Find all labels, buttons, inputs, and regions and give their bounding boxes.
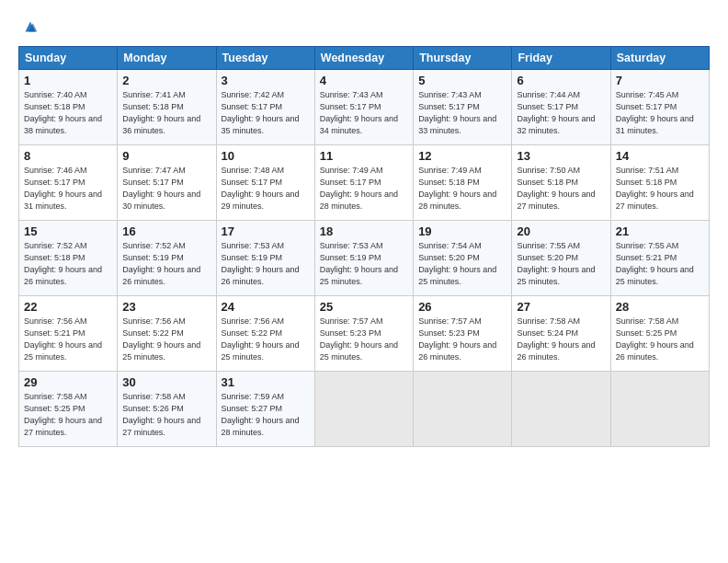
calendar-cell: 29Sunrise: 7:58 AMSunset: 5:25 PMDayligh… [19, 372, 118, 447]
day-number: 17 [222, 224, 310, 238]
calendar-cell: 31Sunrise: 7:59 AMSunset: 5:27 PMDayligh… [216, 372, 314, 447]
calendar-cell [414, 372, 512, 447]
calendar-cell: 11Sunrise: 7:49 AMSunset: 5:17 PMDayligh… [314, 145, 413, 221]
day-number: 10 [222, 149, 310, 163]
day-info: Sunrise: 7:56 AMSunset: 5:22 PMDaylight:… [122, 316, 210, 363]
day-info: Sunrise: 7:56 AMSunset: 5:21 PMDaylight:… [24, 316, 112, 363]
day-number: 7 [616, 74, 704, 87]
calendar-cell: 23Sunrise: 7:56 AMSunset: 5:22 PMDayligh… [118, 296, 216, 372]
day-number: 24 [222, 300, 310, 314]
day-number: 8 [24, 149, 112, 163]
calendar-cell: 3Sunrise: 7:42 AMSunset: 5:17 PMDaylight… [216, 70, 314, 145]
day-info: Sunrise: 7:58 AMSunset: 5:25 PMDaylight:… [24, 391, 112, 439]
col-header-wednesday: Wednesday [314, 47, 413, 70]
col-header-monday: Monday [118, 47, 216, 70]
day-info: Sunrise: 7:57 AMSunset: 5:23 PMDaylight:… [418, 316, 506, 363]
calendar-table: SundayMondayTuesdayWednesdayThursdayFrid… [18, 46, 710, 447]
day-number: 16 [122, 224, 210, 238]
calendar-cell: 19Sunrise: 7:54 AMSunset: 5:20 PMDayligh… [414, 221, 512, 296]
day-number: 3 [222, 74, 310, 87]
day-number: 21 [616, 224, 704, 238]
day-number: 6 [517, 74, 605, 87]
col-header-sunday: Sunday [19, 47, 118, 70]
day-info: Sunrise: 7:56 AMSunset: 5:22 PMDaylight:… [222, 316, 310, 363]
calendar-cell: 21Sunrise: 7:55 AMSunset: 5:21 PMDayligh… [610, 221, 709, 296]
day-info: Sunrise: 7:53 AMSunset: 5:19 PMDaylight:… [320, 240, 408, 288]
day-info: Sunrise: 7:52 AMSunset: 5:19 PMDaylight:… [122, 240, 210, 288]
calendar-cell: 17Sunrise: 7:53 AMSunset: 5:19 PMDayligh… [216, 221, 314, 296]
col-header-saturday: Saturday [610, 47, 709, 70]
day-info: Sunrise: 7:58 AMSunset: 5:25 PMDaylight:… [616, 316, 704, 363]
day-info: Sunrise: 7:49 AMSunset: 5:18 PMDaylight:… [418, 165, 506, 213]
day-number: 26 [418, 300, 506, 314]
day-number: 18 [320, 224, 408, 238]
calendar-cell [314, 372, 413, 447]
calendar-cell: 4Sunrise: 7:43 AMSunset: 5:17 PMDaylight… [314, 70, 413, 145]
day-number: 4 [320, 74, 408, 87]
calendar-cell: 2Sunrise: 7:41 AMSunset: 5:18 PMDaylight… [118, 70, 216, 145]
col-header-thursday: Thursday [414, 47, 512, 70]
day-number: 19 [418, 224, 506, 238]
day-number: 20 [517, 224, 605, 238]
calendar-cell: 5Sunrise: 7:43 AMSunset: 5:17 PMDaylight… [414, 70, 512, 145]
day-info: Sunrise: 7:53 AMSunset: 5:19 PMDaylight:… [222, 240, 310, 288]
calendar-cell: 6Sunrise: 7:44 AMSunset: 5:17 PMDaylight… [512, 70, 610, 145]
day-number: 22 [24, 300, 112, 314]
day-number: 25 [320, 300, 408, 314]
calendar-cell: 12Sunrise: 7:49 AMSunset: 5:18 PMDayligh… [414, 145, 512, 221]
calendar-container: SundayMondayTuesdayWednesdayThursdayFrid… [0, 0, 728, 456]
calendar-cell: 18Sunrise: 7:53 AMSunset: 5:19 PMDayligh… [314, 221, 413, 296]
day-number: 23 [122, 300, 210, 314]
calendar-cell: 28Sunrise: 7:58 AMSunset: 5:25 PMDayligh… [610, 296, 709, 372]
calendar-cell: 15Sunrise: 7:52 AMSunset: 5:18 PMDayligh… [19, 221, 118, 296]
calendar-cell: 24Sunrise: 7:56 AMSunset: 5:22 PMDayligh… [216, 296, 314, 372]
day-number: 13 [517, 149, 605, 163]
logo [18, 17, 40, 37]
calendar-cell [512, 372, 610, 447]
calendar-cell [610, 372, 709, 447]
col-header-friday: Friday [512, 47, 610, 70]
day-info: Sunrise: 7:51 AMSunset: 5:18 PMDaylight:… [616, 165, 704, 213]
day-info: Sunrise: 7:47 AMSunset: 5:17 PMDaylight:… [122, 165, 210, 213]
calendar-cell: 14Sunrise: 7:51 AMSunset: 5:18 PMDayligh… [610, 145, 709, 221]
day-info: Sunrise: 7:45 AMSunset: 5:17 PMDaylight:… [616, 89, 704, 137]
logo-icon [20, 17, 40, 37]
day-info: Sunrise: 7:44 AMSunset: 5:17 PMDaylight:… [517, 89, 605, 137]
calendar-cell: 27Sunrise: 7:58 AMSunset: 5:24 PMDayligh… [512, 296, 610, 372]
day-info: Sunrise: 7:55 AMSunset: 5:21 PMDaylight:… [616, 240, 704, 288]
calendar-cell: 7Sunrise: 7:45 AMSunset: 5:17 PMDaylight… [610, 70, 709, 145]
calendar-cell: 26Sunrise: 7:57 AMSunset: 5:23 PMDayligh… [414, 296, 512, 372]
day-number: 27 [517, 300, 605, 314]
calendar-cell: 22Sunrise: 7:56 AMSunset: 5:21 PMDayligh… [19, 296, 118, 372]
day-number: 28 [616, 300, 704, 314]
day-info: Sunrise: 7:55 AMSunset: 5:20 PMDaylight:… [517, 240, 605, 288]
day-number: 30 [122, 375, 210, 389]
day-info: Sunrise: 7:49 AMSunset: 5:17 PMDaylight:… [320, 165, 408, 213]
day-info: Sunrise: 7:50 AMSunset: 5:18 PMDaylight:… [517, 165, 605, 213]
day-info: Sunrise: 7:43 AMSunset: 5:17 PMDaylight:… [320, 89, 408, 137]
day-info: Sunrise: 7:40 AMSunset: 5:18 PMDaylight:… [24, 89, 112, 137]
calendar-cell: 10Sunrise: 7:48 AMSunset: 5:17 PMDayligh… [216, 145, 314, 221]
calendar-cell: 20Sunrise: 7:55 AMSunset: 5:20 PMDayligh… [512, 221, 610, 296]
day-number: 15 [24, 224, 112, 238]
calendar-cell: 9Sunrise: 7:47 AMSunset: 5:17 PMDaylight… [118, 145, 216, 221]
day-number: 29 [24, 375, 112, 389]
day-info: Sunrise: 7:46 AMSunset: 5:17 PMDaylight:… [24, 165, 112, 213]
calendar-cell: 30Sunrise: 7:58 AMSunset: 5:26 PMDayligh… [118, 372, 216, 447]
calendar-cell: 13Sunrise: 7:50 AMSunset: 5:18 PMDayligh… [512, 145, 610, 221]
day-number: 14 [616, 149, 704, 163]
calendar-cell: 8Sunrise: 7:46 AMSunset: 5:17 PMDaylight… [19, 145, 118, 221]
day-info: Sunrise: 7:58 AMSunset: 5:24 PMDaylight:… [517, 316, 605, 363]
calendar-cell: 16Sunrise: 7:52 AMSunset: 5:19 PMDayligh… [118, 221, 216, 296]
day-info: Sunrise: 7:43 AMSunset: 5:17 PMDaylight:… [418, 89, 506, 137]
day-number: 5 [418, 74, 506, 87]
day-info: Sunrise: 7:57 AMSunset: 5:23 PMDaylight:… [320, 316, 408, 363]
day-number: 12 [418, 149, 506, 163]
day-info: Sunrise: 7:59 AMSunset: 5:27 PMDaylight:… [222, 391, 310, 439]
day-info: Sunrise: 7:58 AMSunset: 5:26 PMDaylight:… [122, 391, 210, 439]
day-info: Sunrise: 7:48 AMSunset: 5:17 PMDaylight:… [222, 165, 310, 213]
day-number: 1 [24, 74, 112, 87]
day-info: Sunrise: 7:41 AMSunset: 5:18 PMDaylight:… [122, 89, 210, 137]
day-number: 2 [122, 74, 210, 87]
day-number: 11 [320, 149, 408, 163]
